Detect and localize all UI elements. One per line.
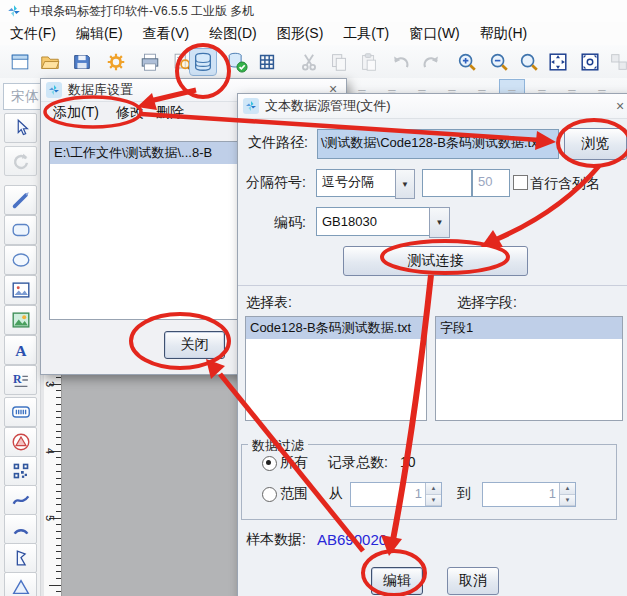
database-icon[interactable] [190,49,216,75]
qrcode-tool-icon [10,460,32,482]
svg-text:R: R [13,372,22,386]
file-path-input[interactable]: \测试数据\Code128-B条码测试数据.txt [317,129,559,159]
grid-icon [256,51,278,73]
chevron-down-icon[interactable]: ▼ [429,207,450,238]
new-document-icon[interactable] [7,49,33,75]
database-add-icon[interactable] [224,49,250,75]
menu-item-5[interactable]: 工具(T) [333,25,399,43]
ruler-tick [56,478,61,479]
ruler-tick [49,585,61,586]
filter-all-radio[interactable] [262,456,277,471]
select-tool-icon[interactable] [4,113,37,143]
curve-tool-icon[interactable] [4,485,37,515]
ruler-tick [56,504,61,505]
text-datasource-dialog: 文本数据源管理(文件) × 文件路径: \测试数据\Code128-B条码测试数… [237,93,627,596]
image-tool-icon [10,279,32,301]
save-icon[interactable] [69,49,95,75]
header-row-checkbox[interactable] [513,175,528,190]
settings-gear-icon[interactable] [103,49,129,75]
range-from-value: 1 [351,483,424,506]
logo-tool-icon[interactable] [4,427,37,457]
qrcode-tool-icon[interactable] [4,456,37,486]
picture-tool-icon[interactable] [4,305,37,335]
separator-label: 分隔符号: [246,174,306,192]
barcode-tool-icon[interactable] [4,397,37,427]
test-connection-button[interactable]: 测试连接 [343,246,528,276]
menu-item-7[interactable]: 帮助(H) [470,25,537,43]
ruler-tick [56,531,61,532]
ellipse-tool-icon[interactable] [4,245,37,275]
rotate-tool-icon [10,150,32,172]
database-add-icon [226,51,248,73]
sample-data-label: 样本数据: [246,531,306,549]
menu-item-delete[interactable]: 删除 [156,104,184,122]
settings-gear-icon [105,51,127,73]
field-list[interactable]: 字段1 [435,316,623,421]
zoom-icon[interactable] [516,49,542,75]
menu-item-2[interactable]: 查看(V) [133,25,200,43]
separator-select[interactable]: 逗号分隔 [316,169,402,197]
filter-range-radio[interactable] [262,487,277,502]
stepper-arrows-icon[interactable]: ▲▼ [559,483,575,506]
list-item[interactable]: Code128-B条码测试数据.txt [246,317,426,339]
window-title: 中琅条码标签打印软件-V6.5.5 工业版 多机 [29,3,254,20]
chevron-down-icon[interactable]: ▼ [395,169,415,199]
close-icon[interactable]: × [612,98,627,114]
edit-button[interactable]: 编辑 [371,567,423,595]
zoom-out-icon[interactable] [486,49,512,75]
sample-data-value: AB690020 [317,531,387,548]
cancel-button[interactable]: 取消 [447,567,499,595]
new-document-icon [9,51,31,73]
app-logo-icon [46,82,62,98]
ruler-tick [56,397,61,398]
close-button[interactable]: 关闭 [164,331,225,359]
group-icon [608,51,627,73]
roundrect-tool-icon [10,219,32,241]
menu-item-3[interactable]: 绘图(D) [199,25,266,43]
triangle-tool-icon[interactable] [4,572,37,596]
menu-item-1[interactable]: 编辑(E) [66,25,133,43]
title-bar: 中琅条码标签打印软件-V6.5.5 工业版 多机 [0,0,627,23]
list-item[interactable]: 字段1 [436,317,622,339]
fit-selection-icon[interactable] [577,49,603,75]
fit-window-icon[interactable] [545,49,571,75]
rotate-tool-icon[interactable] [4,146,37,176]
print-icon[interactable] [137,49,163,75]
dialog-title: 数据库设置 [68,81,133,99]
separator-custom-input[interactable] [422,169,472,197]
grid-icon[interactable] [254,49,280,75]
menu-item-add[interactable]: 添加(T) [53,104,99,122]
browse-button[interactable]: 浏览 [564,128,627,160]
zoom-in-icon[interactable] [454,49,480,75]
range-to-stepper[interactable]: 1 ▲▼ [482,482,576,507]
cut-icon [298,51,320,73]
copy-icon [328,51,350,73]
open-icon[interactable] [37,49,63,75]
menu-item-0[interactable]: 文件(F) [0,25,66,43]
image-tool-icon[interactable] [4,275,37,305]
main-toolbar [0,45,627,79]
menu-item-6[interactable]: 窗口(W) [399,25,470,43]
arc-tool-icon[interactable] [4,514,37,544]
menu-item-4[interactable]: 图形(S) [267,25,334,43]
polygon-tool-icon[interactable] [4,543,37,573]
table-list[interactable]: Code128-B条码测试数据.txt [245,316,427,421]
ruler-tick [56,498,61,499]
fit-window-icon [547,51,569,73]
range-from-stepper[interactable]: 1 ▲▼ [350,482,442,507]
richtext-tool-icon[interactable]: R [4,365,37,395]
ruler-tick [56,471,61,472]
text-tool-icon[interactable]: A [4,335,37,365]
line-tool-icon[interactable] [4,185,37,215]
ruler-tick [56,484,61,485]
separator-limit-input[interactable]: 50 [472,169,510,197]
barcode-tool-icon [10,401,32,423]
encoding-select[interactable]: GB18030 [316,207,435,236]
menu-item-modify[interactable]: 修改 [116,104,144,122]
roundrect-tool-icon[interactable] [4,215,37,245]
stepper-arrows-icon[interactable]: ▲▼ [425,483,441,506]
ruler-tick [56,524,61,525]
filter-all-label: 所有 [280,454,308,472]
ruler-tick [56,431,61,432]
tool-palette: AR [0,114,41,596]
